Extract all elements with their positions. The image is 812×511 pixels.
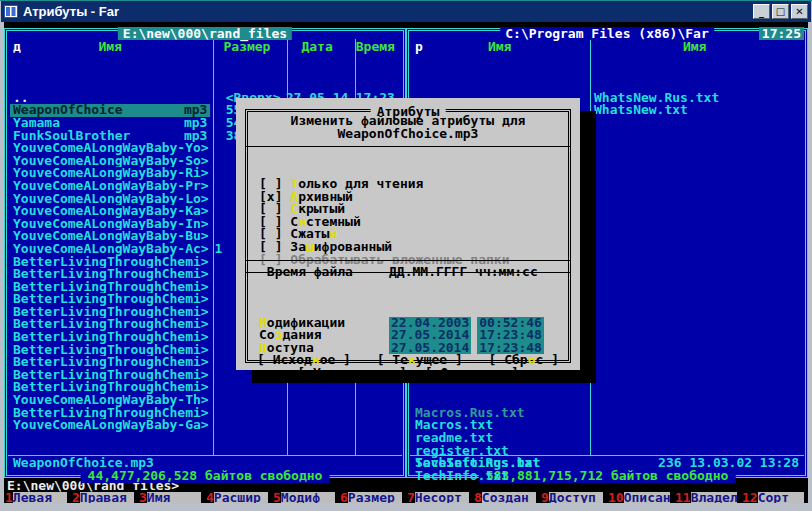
left-bytes-free: 44,477,206,528 байтов свободно (81, 470, 330, 483)
function-key-number: 4 (205, 492, 214, 503)
file-name-cell: YouveComeALongWayBaby-Th> (10, 394, 210, 407)
function-key[interactable]: 10 Описан (607, 492, 674, 503)
column-header-time[interactable]: Время (351, 41, 400, 54)
function-key-label: Модиф (281, 492, 335, 503)
file-name-cell: BetterLivingThroughChemi> (10, 268, 210, 281)
file-name-cell: YouveComeALongWayBaby-Bu> (10, 230, 210, 243)
file-row[interactable]: YouveComeALongWayBaby-Th> (10, 394, 400, 407)
file-name-cell: BetterLivingThroughChemi> (10, 331, 210, 344)
function-key-label: Владел (691, 492, 737, 503)
function-key[interactable]: 11 Владел (674, 492, 741, 503)
function-key-label: Несорт (415, 492, 469, 503)
function-key-label: Имя (147, 492, 201, 503)
maximize-button[interactable]: □ (772, 4, 789, 19)
key-bar: 1 Левая 2 Правая 3 Имя 4 Расшир 5 Модиф … (4, 492, 808, 503)
file-date-cell (284, 394, 351, 407)
file-name-cell: BetterLivingThroughChemi> (10, 344, 210, 357)
attributes-dialog: Атрибуты Изменить файловые атрибуты для … (236, 98, 580, 370)
function-key-label: Сорт (758, 492, 804, 503)
file-name-cell: YouveComeALongWayBaby-Ga> (10, 419, 210, 432)
left-panel-path[interactable]: E:\new\000\rand_files (118, 27, 292, 40)
file-name-cell: YouveComeALongWayBaby-Yo> (10, 142, 210, 155)
function-key[interactable]: 1 Левая (4, 492, 71, 503)
file-name-cell: YouveComeALongWayBaby-Ri> (10, 167, 210, 180)
function-key-label: Левая (13, 492, 67, 503)
column-header-name[interactable]: Имя (10, 41, 210, 54)
file-name-cell: BetterLivingThroughChemi> (10, 281, 210, 294)
dialog-frame: Атрибуты Изменить файловые атрибуты для … (245, 109, 571, 363)
function-key-label: Правая (80, 492, 134, 503)
function-key-number: 8 (473, 492, 482, 503)
function-key-label: Расшир (214, 492, 268, 503)
function-key-number: 6 (339, 492, 348, 503)
file-name-cell: BetterLivingThroughChemi> (10, 293, 210, 306)
file-name-cell: BetterLivingThroughChemi> (10, 318, 210, 331)
file-name-cell: .. (10, 92, 210, 105)
file-row[interactable]: WhatsNew.txt (591, 104, 805, 117)
function-key-number: 11 (674, 492, 691, 503)
far-console: E:\new\000\rand_files д Имя Размер Дата … (4, 22, 808, 503)
file-name-cell: WeaponOfChoicemp3 (10, 104, 210, 117)
function-key-number: 2 (71, 492, 80, 503)
window-title: Атрибуты - Far (23, 4, 119, 19)
function-key[interactable]: 9 Доступ (540, 492, 607, 503)
file-row[interactable]: TechInfo.txt (412, 470, 590, 483)
function-key-number: 9 (540, 492, 549, 503)
function-key[interactable]: 5 Модиф (272, 492, 339, 503)
dialog-filename: WeaponOfChoice.mp3 (254, 128, 562, 141)
file-time-cell (351, 407, 400, 420)
column-header-name[interactable]: Имя (587, 41, 802, 54)
file-size-cell (210, 419, 283, 432)
function-key-number: 10 (607, 492, 624, 503)
right-column-headers: Имя Имя (412, 41, 802, 54)
file-time-cell (351, 394, 400, 407)
column-header-size[interactable]: Размер (210, 41, 283, 54)
function-key-label: Доступ (549, 492, 603, 503)
file-row[interactable]: YouveComeALongWayBaby-Ga> (10, 419, 400, 432)
file-time-rows: Модификации22.04.200300:52:46 Создания27… (254, 279, 562, 355)
file-name-cell: BetterLivingThroughChemi> (10, 369, 210, 382)
file-size-cell (210, 381, 283, 394)
clock: 17:25 (759, 27, 804, 40)
file-name-cell: YouveComeALongWayBaby-Lo> (10, 193, 210, 206)
file-name-cell: YouveComeALongWayBaby-So> (10, 155, 210, 168)
function-key[interactable]: 3 Имя (138, 492, 205, 503)
file-row[interactable]: BetterLivingThroughChemi> (10, 407, 400, 420)
window-controls: _ □ ✕ (753, 4, 808, 19)
file-size-cell (210, 407, 283, 420)
function-key[interactable]: 4 Расшир (205, 492, 272, 503)
file-name-cell: BetterLivingThroughChemi> (10, 256, 210, 269)
file-date-cell (284, 381, 351, 394)
title-bar[interactable]: Атрибуты - Far _ □ ✕ (1, 1, 811, 22)
column-header-name[interactable]: Имя (412, 41, 587, 54)
file-name-cell: Yamamamp3 (10, 117, 210, 130)
left-column-headers: Имя Размер Дата Время (10, 41, 400, 54)
right-file-list-col2: WhatsNew.Rus.txtWhatsNew.txt (591, 54, 805, 117)
file-name-cell: BetterLivingThroughChemi> (10, 407, 210, 420)
file-name-cell: BetterLivingThroughChemi> (10, 306, 210, 319)
function-key[interactable]: 7 Несорт (406, 492, 473, 503)
file-name-cell: YouveComeALongWayBaby-Ac> (10, 243, 210, 256)
file-date-cell (284, 407, 351, 420)
function-key[interactable]: 12 Сорт (741, 492, 808, 503)
file-date-cell (284, 419, 351, 432)
file-name-cell: FunkSoulBrothermp3 (10, 130, 210, 143)
column-header-date[interactable]: Дата (284, 41, 351, 54)
file-size-cell (210, 394, 283, 407)
minimize-button[interactable]: _ (753, 4, 770, 19)
function-key[interactable]: 8 Создан (473, 492, 540, 503)
file-name-cell: BetterLivingThroughChemi> (10, 381, 210, 394)
function-key-number: 5 (272, 492, 281, 503)
function-key-number: 7 (406, 492, 415, 503)
file-name-cell: YouveComeALongWayBaby-Ka> (10, 205, 210, 218)
function-key[interactable]: 2 Правая (71, 492, 138, 503)
close-button[interactable]: ✕ (791, 4, 808, 19)
file-row[interactable]: BetterLivingThroughChemi> (10, 381, 400, 394)
right-panel-path[interactable]: C:\Program Files (x86)\Far (500, 27, 714, 40)
file-time-cell (351, 381, 400, 394)
file-name-cell: YouveComeALongWayBaby-In> (10, 218, 210, 231)
function-key-label: Создан (482, 492, 536, 503)
function-key-number: 1 (4, 492, 13, 503)
function-key-label: Описан (624, 492, 670, 503)
function-key[interactable]: 6 Размер (339, 492, 406, 503)
